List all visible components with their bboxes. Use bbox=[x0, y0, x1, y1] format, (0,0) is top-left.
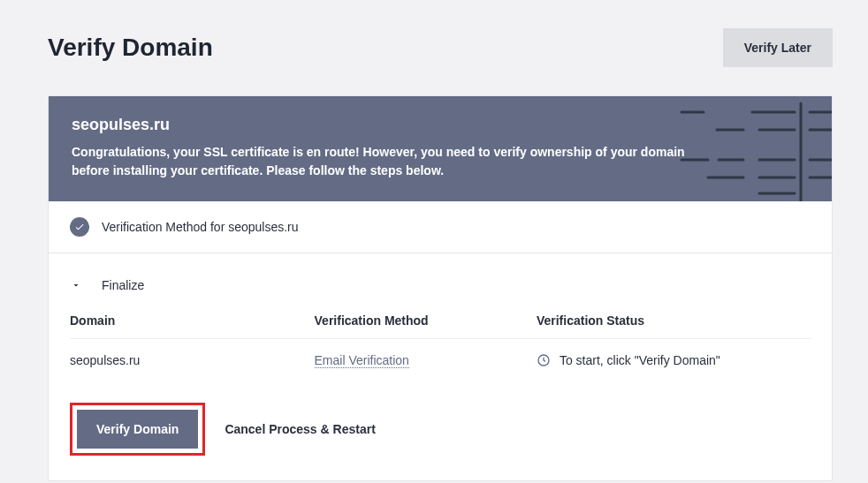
chevron-down-icon bbox=[70, 279, 82, 291]
step-finalize[interactable]: Finalize bbox=[49, 253, 832, 301]
finalize-panel: Domain Verification Method Verification … bbox=[49, 301, 832, 480]
page-title: Verify Domain bbox=[48, 34, 213, 62]
banner-message: Congratulations, your SSL certificate is… bbox=[72, 143, 726, 180]
verify-later-button[interactable]: Verify Later bbox=[723, 28, 833, 67]
cell-domain: seopulses.ru bbox=[70, 339, 315, 382]
cell-status: To start, click "Verify Domain" bbox=[560, 353, 720, 367]
domain-table: Domain Verification Method Verification … bbox=[70, 301, 811, 381]
verify-domain-button[interactable]: Verify Domain bbox=[75, 408, 200, 450]
col-domain: Domain bbox=[70, 301, 315, 339]
step-method-label: Verification Method for seopulses.ru bbox=[102, 220, 299, 234]
action-row: Verify Domain Cancel Process & Restart bbox=[70, 403, 811, 456]
col-status: Verification Status bbox=[537, 301, 811, 339]
verification-method-link[interactable]: Email Verification bbox=[315, 353, 409, 368]
card-banner: seopulses.ru Congratulations, your SSL c… bbox=[49, 96, 832, 201]
step-verification-method[interactable]: Verification Method for seopulses.ru bbox=[49, 201, 832, 253]
banner-domain: seopulses.ru bbox=[72, 116, 809, 134]
cancel-process-link[interactable]: Cancel Process & Restart bbox=[225, 422, 375, 436]
step-finalize-label: Finalize bbox=[102, 278, 144, 292]
col-method: Verification Method bbox=[315, 301, 537, 339]
highlight-box: Verify Domain bbox=[70, 403, 205, 456]
check-icon bbox=[70, 217, 89, 237]
table-row: seopulses.ru Email Verification bbox=[70, 339, 811, 382]
page-header: Verify Domain Verify Later bbox=[48, 28, 833, 67]
clock-icon bbox=[537, 353, 551, 367]
verify-card: seopulses.ru Congratulations, your SSL c… bbox=[48, 95, 833, 481]
